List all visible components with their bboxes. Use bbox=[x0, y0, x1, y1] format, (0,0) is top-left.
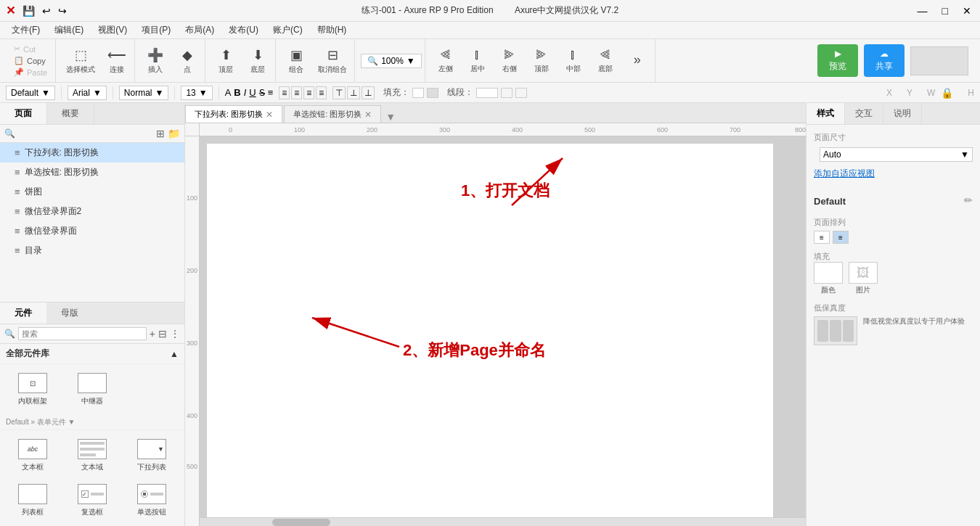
comp-inline-frame[interactable]: ⊡ 内联框架 bbox=[4, 369, 61, 411]
insert-button[interactable]: ➕ 插入 bbox=[141, 44, 170, 78]
top-layer-button[interactable]: ⬆ 顶层 bbox=[211, 44, 240, 78]
canvas-tab-0[interactable]: 下拉列表: 图形切换 ✕ bbox=[185, 105, 282, 123]
page-item-5[interactable]: ≡ 目录 bbox=[0, 241, 184, 260]
menu-layout[interactable]: 布局(A) bbox=[179, 22, 220, 38]
fontsize-dropdown[interactable]: 13 ▼ bbox=[181, 86, 212, 100]
minimize-btn[interactable]: — bbox=[915, 5, 931, 17]
italic-button[interactable]: I bbox=[244, 87, 247, 98]
form-components-header[interactable]: Default » 表单元件 ▼ bbox=[0, 415, 184, 430]
lock-icon[interactable]: 🔒 bbox=[941, 87, 953, 99]
redo-icon[interactable]: ↪ bbox=[58, 5, 67, 17]
interaction-tab[interactable]: 交互 bbox=[845, 103, 883, 124]
text-align-left[interactable]: ≡ bbox=[279, 86, 290, 99]
components-tab[interactable]: 元件 bbox=[0, 303, 46, 324]
valign-bottom[interactable]: ⊥ bbox=[362, 86, 375, 99]
canvas-tab-close-1[interactable]: ✕ bbox=[364, 110, 372, 120]
masters-tab[interactable]: 母版 bbox=[46, 303, 93, 324]
align-right-button[interactable]: ⫸ 右侧 bbox=[495, 44, 524, 77]
canvas-tab-close-0[interactable]: ✕ bbox=[266, 110, 273, 120]
fill-color-box[interactable] bbox=[412, 88, 424, 98]
horizontal-scrollbar[interactable] bbox=[200, 517, 806, 526]
comp-radio[interactable]: 单选按钮 bbox=[123, 480, 180, 522]
add-comp-icon[interactable]: + bbox=[150, 328, 155, 340]
stroke-style-box[interactable] bbox=[501, 88, 513, 98]
bottom-layer-button[interactable]: ⬇ 底层 bbox=[243, 44, 272, 78]
page-item-4[interactable]: ≡ 微信登录界面 bbox=[0, 221, 184, 241]
menu-edit[interactable]: 编辑(E) bbox=[49, 22, 89, 38]
canvas-tab-1[interactable]: 单选按钮: 图形切换 ✕ bbox=[284, 105, 381, 123]
edit-icon[interactable]: ✏ bbox=[964, 194, 973, 206]
text-align-right[interactable]: ≡ bbox=[303, 86, 314, 99]
style-tab[interactable]: 样式 bbox=[807, 103, 845, 124]
page-item-1[interactable]: ≡ 单选按钮: 图形切换 bbox=[0, 163, 184, 182]
list-button[interactable]: ≡ bbox=[268, 87, 274, 98]
close-btn[interactable]: ✕ bbox=[960, 5, 974, 17]
valign-top[interactable]: ⊤ bbox=[332, 86, 346, 99]
bold-button[interactable]: A bbox=[225, 87, 232, 98]
strikethrough-button[interactable]: S̶ bbox=[259, 87, 265, 98]
undo-icon[interactable]: ↩ bbox=[42, 5, 51, 17]
library-collapse-icon[interactable]: ▲ bbox=[170, 349, 179, 359]
page-item-0[interactable]: ≡ 下拉列表: 图形切换 bbox=[0, 143, 184, 163]
menu-view[interactable]: 视图(V) bbox=[92, 22, 133, 38]
align-bottom-button[interactable]: ⫷ 底部 bbox=[591, 44, 620, 77]
style-dropdown[interactable]: Default ▼ bbox=[6, 86, 55, 100]
fill-image-option[interactable]: 🖼 图片 bbox=[849, 262, 878, 295]
menu-account[interactable]: 账户(C) bbox=[267, 22, 309, 38]
comp-dropdown[interactable]: ▼ 下拉列表 bbox=[123, 435, 180, 477]
comp-more-icon[interactable]: ⋮ bbox=[170, 328, 180, 340]
comp-textarea[interactable]: 文本域 bbox=[64, 435, 121, 477]
align-center-button[interactable]: ⫿ 居中 bbox=[463, 44, 492, 77]
pages-tab[interactable]: 页面 bbox=[0, 103, 47, 124]
align-middle-button[interactable]: ⫿ 中部 bbox=[559, 44, 588, 77]
point-button[interactable]: ◆ 点 bbox=[173, 44, 202, 78]
align-top-button[interactable]: ⫸ 顶部 bbox=[527, 44, 556, 77]
save-icon[interactable]: 💾 bbox=[23, 5, 35, 17]
valign-middle[interactable]: ⊥ bbox=[347, 86, 360, 99]
scrollbar-thumb[interactable] bbox=[272, 519, 330, 526]
fontstyle-dropdown[interactable]: Normal ▼ bbox=[119, 86, 169, 100]
page-item-2[interactable]: ≡ 饼图 bbox=[0, 182, 184, 202]
comp-copy-icon[interactable]: ⊟ bbox=[158, 328, 167, 340]
cut-button[interactable]: ✂ Cut bbox=[12, 44, 49, 54]
connect-button[interactable]: ⟵ 连接 bbox=[102, 44, 131, 78]
group-button[interactable]: ▣ 组合 bbox=[282, 44, 311, 78]
font-dropdown[interactable]: Arial ▼ bbox=[68, 86, 107, 100]
page-align-center[interactable]: ≡ bbox=[833, 231, 849, 244]
maximize-btn[interactable]: □ bbox=[939, 5, 951, 17]
add-adaptive-link[interactable]: 添加自适应视图 bbox=[814, 168, 875, 178]
ungroup-button[interactable]: ⊟ 取消组合 bbox=[314, 44, 351, 78]
low-fidelity-box[interactable] bbox=[814, 316, 857, 345]
page-search-input[interactable] bbox=[18, 128, 153, 139]
stroke-color-box[interactable] bbox=[476, 88, 498, 98]
zoom-control[interactable]: 🔍 100% ▼ bbox=[361, 54, 422, 68]
fill-color-box[interactable] bbox=[814, 262, 843, 284]
comp-search-input[interactable] bbox=[18, 327, 147, 340]
text-align-center[interactable]: ≡ bbox=[291, 86, 302, 99]
menu-publish[interactable]: 发布(U) bbox=[223, 22, 264, 38]
fill-color-box2[interactable] bbox=[427, 88, 438, 98]
comp-listbox[interactable]: 列表框 bbox=[4, 480, 61, 522]
underline-button[interactable]: U bbox=[249, 87, 256, 98]
canvas-tab-more[interactable]: ▼ bbox=[385, 111, 396, 123]
bold-b-button[interactable]: B bbox=[234, 87, 240, 98]
menu-project[interactable]: 项目(P) bbox=[136, 22, 176, 38]
overview-tab[interactable]: 概要 bbox=[47, 103, 94, 124]
add-page-icon[interactable]: ⊞ bbox=[156, 128, 165, 139]
page-size-dropdown[interactable]: Auto ▼ bbox=[820, 147, 973, 162]
fill-color-option[interactable]: 颜色 bbox=[814, 262, 843, 295]
stroke-style-box2[interactable] bbox=[515, 88, 527, 98]
page-item-3[interactable]: ≡ 微信登录界面2 bbox=[0, 202, 184, 221]
align-left-button[interactable]: ⫷ 左侧 bbox=[431, 44, 460, 77]
share-button[interactable]: ☁ 共享 bbox=[864, 44, 905, 77]
copy-button[interactable]: 📋 Copy bbox=[12, 55, 49, 66]
comp-textbox[interactable]: abc 文本框 bbox=[4, 435, 61, 477]
more-tools-button[interactable]: » bbox=[623, 49, 652, 72]
select-mode-button[interactable]: ⬚ 选择模式 bbox=[62, 44, 99, 78]
page-folder-icon[interactable]: 📁 bbox=[168, 128, 180, 139]
preview-button[interactable]: ▶ 预览 bbox=[817, 44, 858, 77]
comp-checkbox[interactable]: ✓ 复选框 bbox=[64, 480, 121, 522]
paste-button[interactable]: 📌 Paste bbox=[12, 67, 49, 78]
comp-repeater[interactable]: 中继器 bbox=[64, 369, 121, 411]
text-align-justify[interactable]: ≡ bbox=[316, 86, 327, 99]
